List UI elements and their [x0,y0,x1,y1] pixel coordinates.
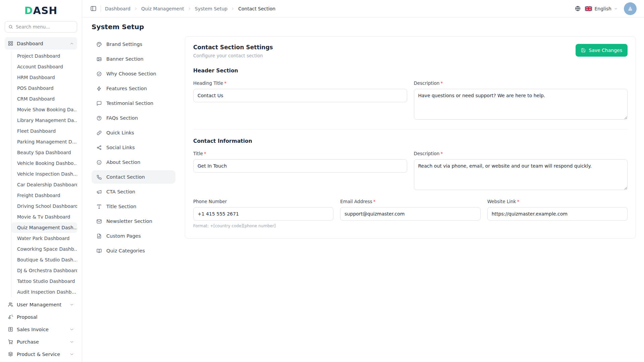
required-marker: * [440,80,443,86]
breadcrumb: Dashboard Quiz Management System Setup C… [105,6,275,11]
sidebar-item-movie-tv-dashboard[interactable]: Movie & Tv Dashboard [11,212,77,222]
sidebar-item-car-dealership-dashboard[interactable]: Car Dealership Dashboard [11,179,77,190]
sidebar-item-vehicle-inspection-dashboard[interactable]: Vehicle Inspection Dash… [11,169,77,179]
contact-description-textarea[interactable]: Reach out via phone, email, or website a… [414,159,628,190]
sidebar-item-label: Dashboard [17,41,43,46]
nav-item-quiz-categories[interactable]: Quiz Categories [92,244,175,257]
nav-item-faqs-section[interactable]: FAQs Section [92,111,175,125]
user-avatar[interactable] [624,2,637,15]
sidebar-item-water-park-dashboard[interactable]: Water Park Dashboard [11,233,77,244]
nav-item-newsletter-section[interactable]: Newsletter Section [92,215,175,228]
sidebar-item-purchase[interactable]: Purchase [5,336,77,348]
sidebar-item-boutique-studio-dashboard[interactable]: Boutique & Studio Dash… [11,254,77,265]
breadcrumb-system-setup[interactable]: System Setup [195,6,227,11]
sidebar-item-dashboard[interactable]: Dashboard [5,37,77,50]
sidebar-item-sales-invoice[interactable]: Sales Invoice [5,323,77,336]
proposal-icon [8,314,13,320]
message-square-icon [96,101,102,106]
heading-title-input[interactable] [193,89,407,102]
contact-title-input[interactable] [193,159,407,173]
nav-item-social-links[interactable]: Social Links [92,141,175,154]
zap-icon [96,86,102,92]
sidebar-item-hrm-dashboard[interactable]: HRM Dashboard [11,72,77,83]
grid-icon [8,41,13,46]
phone-icon [96,174,102,180]
sidebar-item-freight-dashboard[interactable]: Freight Dashboard [11,190,77,201]
nav-item-quick-links[interactable]: Quick Links [92,126,175,139]
breadcrumb-dashboard[interactable]: Dashboard [105,6,130,11]
required-marker: * [373,199,376,204]
info-icon [96,160,102,165]
content: System Setup Brand Settings Banner Secti… [82,17,644,362]
sidebar: DASH Dashboard Project Dashboard Account… [0,0,82,362]
sidebar-item-crm-dashboard[interactable]: CRM Dashboard [11,94,77,104]
nav-item-features-section[interactable]: Features Section [92,82,175,95]
nav-item-label: Why Choose Section [106,71,156,76]
sidebar-item-user-management[interactable]: User Management [5,298,77,311]
nav-item-banner-section[interactable]: Banner Section [92,52,175,66]
save-changes-button[interactable]: Save Changes [576,44,628,57]
email-input[interactable] [340,207,480,221]
card-subtitle: Configure your contact section [193,53,273,58]
sidebar-item-account-dashboard[interactable]: Account Dashboard [11,61,77,72]
sidebar-toggle-icon[interactable] [90,5,97,12]
sidebar-item-fleet-dashboard[interactable]: Fleet Dashboard [11,126,77,136]
nav-item-custom-pages[interactable]: Custom Pages [92,229,175,243]
nav-item-label: Contact Section [106,174,145,180]
phone-format-hint: Format: +[country code][phone number] [193,224,333,228]
contact-settings-card: Contact Section Settings Configure your … [185,36,636,239]
nav-item-about-section[interactable]: About Section [92,156,175,169]
nav-item-label: CTA Section [106,189,135,194]
chevron-down-icon [69,302,74,307]
sidebar-item-library-management-dashboard[interactable]: Library Management Da… [11,115,77,126]
nav-item-label: Quick Links [106,130,134,135]
sidebar-item-quiz-management-dashboard[interactable]: Quiz Management Dash… [11,222,77,233]
sidebar-item-coworking-space-dashboard[interactable]: Coworking Space Dashb… [11,244,77,254]
chevron-down-icon [614,7,618,11]
search-input[interactable] [16,24,73,29]
website-label: Website Link [487,199,516,204]
circle-check-icon [96,71,102,77]
sidebar-item-project-dashboard[interactable]: Project Dashboard [11,51,77,61]
nav-item-brand-settings[interactable]: Brand Settings [92,38,175,51]
contact-title-field: Title* [193,151,407,191]
invoice-icon [8,326,13,332]
language-selector[interactable]: English [585,6,618,11]
nav-item-label: About Section [106,160,140,165]
required-marker: * [517,199,519,204]
nav-item-contact-section[interactable]: Contact Section [92,170,175,184]
phone-input[interactable] [193,207,333,221]
nav-item-label: Quiz Categories [106,248,145,253]
sidebar-search[interactable] [5,21,77,33]
nav-item-label: Title Section [106,204,137,209]
header-description-field: Description* Have questions or need supp… [414,80,628,121]
nav-item-label: Newsletter Section [106,219,152,224]
nav-item-label: Features Section [106,86,147,91]
nav-item-testimonial-section[interactable]: Testimonial Section [92,97,175,110]
description-label: Description [414,80,440,86]
nav-item-title-section[interactable]: Title Section [92,200,175,213]
chevron-down-icon [69,340,74,344]
nav-item-cta-section[interactable]: CTA Section [92,185,175,198]
nav-item-why-choose-section[interactable]: Why Choose Section [92,67,175,80]
sidebar-item-vehicle-booking-dashboard[interactable]: Vehicle Booking Dashbo… [11,158,77,169]
sidebar-item-pos-dashboard[interactable]: POS Dashboard [11,83,77,94]
section-divider [193,129,628,129]
sidebar-item-proposal[interactable]: Proposal [5,311,77,323]
sidebar-item-product-service[interactable]: Product & Service [5,348,77,360]
sidebar-item-audit-inspection-dashboard[interactable]: Audit Inspection Dashb… [11,287,77,297]
breadcrumb-quiz-management[interactable]: Quiz Management [141,6,184,11]
sidebar-item-driving-school-dashboard[interactable]: Driving School Dashboard [11,201,77,212]
sidebar-item-parking-management-dashboard[interactable]: Parking Management D… [11,136,77,147]
header-description-textarea[interactable]: Have questions or need support? We are h… [414,89,628,120]
phone-label: Phone Number [193,199,227,204]
sidebar-item-dj-orchestra-dashboard[interactable]: DJ & Orchestra Dashboard [11,265,77,276]
nav-item-label: FAQs Section [106,115,138,121]
website-input[interactable] [487,207,628,221]
topbar: Dashboard Quiz Management System Setup C… [82,0,644,17]
sidebar-item-movie-show-booking-dashboard[interactable]: Movie Show Booking Da… [11,104,77,115]
globe-icon[interactable] [575,5,581,12]
logo-rest: ASH [33,5,57,16]
sidebar-item-tattoo-studio-dashboard[interactable]: Tattoo Studio Dashboard [11,276,77,287]
sidebar-item-beauty-spa-dashboard[interactable]: Beauty Spa Dashboard [11,147,77,158]
